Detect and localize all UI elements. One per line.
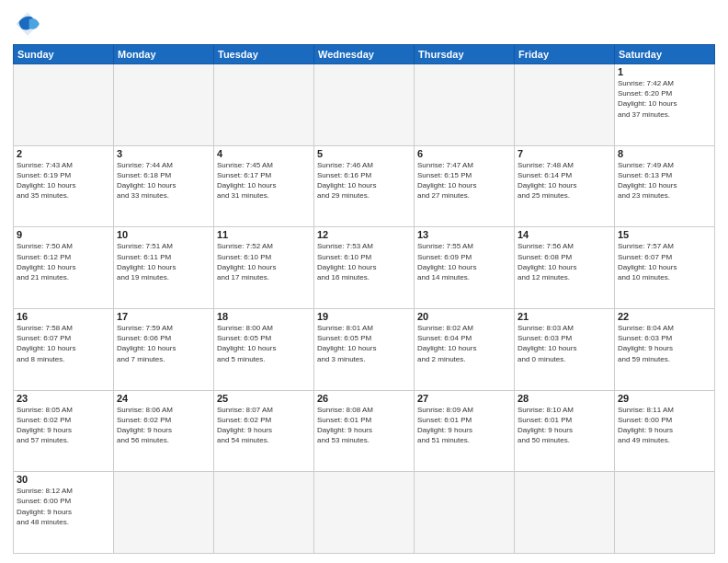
day-info: Sunrise: 7:50 AMSunset: 6:12 PMDaylight:… — [17, 241, 110, 282]
calendar-cell: 1Sunrise: 7:42 AMSunset: 6:20 PMDaylight… — [615, 64, 715, 146]
calendar-cell: 23Sunrise: 8:05 AMSunset: 6:02 PMDayligh… — [14, 390, 114, 472]
day-number: 24 — [117, 393, 210, 404]
calendar-cell: 30Sunrise: 8:12 AMSunset: 6:00 PMDayligh… — [14, 472, 114, 554]
calendar-cell: 10Sunrise: 7:51 AMSunset: 6:11 PMDayligh… — [114, 227, 214, 309]
calendar-cell: 11Sunrise: 7:52 AMSunset: 6:10 PMDayligh… — [214, 227, 314, 309]
calendar-cell: 19Sunrise: 8:01 AMSunset: 6:05 PMDayligh… — [314, 308, 415, 390]
calendar-cell — [314, 64, 415, 146]
day-number: 15 — [618, 229, 711, 240]
day-info: Sunrise: 7:48 AMSunset: 6:14 PMDaylight:… — [518, 160, 611, 201]
calendar-cell: 12Sunrise: 7:53 AMSunset: 6:10 PMDayligh… — [314, 227, 415, 309]
calendar-week-row: 16Sunrise: 7:58 AMSunset: 6:07 PMDayligh… — [14, 308, 715, 390]
day-number: 6 — [417, 148, 511, 159]
calendar-cell — [214, 64, 314, 146]
day-number: 28 — [518, 393, 611, 404]
calendar-cell — [515, 472, 615, 554]
day-info: Sunrise: 7:51 AMSunset: 6:11 PMDaylight:… — [117, 241, 210, 282]
day-info: Sunrise: 8:10 AMSunset: 6:01 PMDaylight:… — [518, 405, 611, 446]
day-info: Sunrise: 8:04 AMSunset: 6:03 PMDaylight:… — [618, 323, 711, 364]
calendar-table: SundayMondayTuesdayWednesdayThursdayFrid… — [13, 44, 715, 554]
day-info: Sunrise: 7:55 AMSunset: 6:09 PMDaylight:… — [417, 241, 511, 282]
day-info: Sunrise: 8:11 AMSunset: 6:00 PMDaylight:… — [618, 405, 711, 446]
day-number: 25 — [217, 393, 311, 404]
header — [13, 9, 715, 39]
day-number: 21 — [518, 311, 611, 322]
calendar-cell — [214, 472, 314, 554]
logo — [13, 9, 46, 39]
calendar-cell: 6Sunrise: 7:47 AMSunset: 6:15 PMDaylight… — [415, 145, 515, 227]
calendar-cell: 8Sunrise: 7:49 AMSunset: 6:13 PMDaylight… — [615, 145, 715, 227]
calendar-cell: 22Sunrise: 8:04 AMSunset: 6:03 PMDayligh… — [615, 308, 715, 390]
day-number: 19 — [317, 311, 411, 322]
day-number: 7 — [518, 148, 611, 159]
calendar-cell — [515, 64, 615, 146]
day-info: Sunrise: 8:12 AMSunset: 6:00 PMDaylight:… — [17, 486, 110, 527]
weekday-header: Thursday — [415, 45, 515, 64]
calendar-cell: 15Sunrise: 7:57 AMSunset: 6:07 PMDayligh… — [615, 227, 715, 309]
calendar-cell: 29Sunrise: 8:11 AMSunset: 6:00 PMDayligh… — [615, 390, 715, 472]
day-number: 11 — [217, 229, 311, 240]
day-number: 16 — [17, 311, 110, 322]
calendar-week-row: 23Sunrise: 8:05 AMSunset: 6:02 PMDayligh… — [14, 390, 715, 472]
day-info: Sunrise: 7:56 AMSunset: 6:08 PMDaylight:… — [518, 241, 611, 282]
weekday-header: Sunday — [14, 45, 114, 64]
day-number: 9 — [17, 229, 110, 240]
day-info: Sunrise: 7:49 AMSunset: 6:13 PMDaylight:… — [618, 160, 711, 201]
weekday-header: Saturday — [615, 45, 715, 64]
day-info: Sunrise: 8:05 AMSunset: 6:02 PMDaylight:… — [17, 405, 110, 446]
day-number: 18 — [217, 311, 311, 322]
calendar-cell: 7Sunrise: 7:48 AMSunset: 6:14 PMDaylight… — [515, 145, 615, 227]
day-number: 12 — [317, 229, 411, 240]
day-number: 20 — [417, 311, 511, 322]
calendar-cell — [415, 64, 515, 146]
calendar-cell: 3Sunrise: 7:44 AMSunset: 6:18 PMDaylight… — [114, 145, 214, 227]
day-number: 8 — [618, 148, 711, 159]
calendar-cell: 16Sunrise: 7:58 AMSunset: 6:07 PMDayligh… — [14, 308, 114, 390]
calendar-cell: 27Sunrise: 8:09 AMSunset: 6:01 PMDayligh… — [415, 390, 515, 472]
calendar-week-row: 9Sunrise: 7:50 AMSunset: 6:12 PMDaylight… — [14, 227, 715, 309]
day-number: 10 — [117, 229, 210, 240]
day-number: 27 — [417, 393, 511, 404]
calendar-cell: 14Sunrise: 7:56 AMSunset: 6:08 PMDayligh… — [515, 227, 615, 309]
day-number: 13 — [417, 229, 511, 240]
calendar-cell: 4Sunrise: 7:45 AMSunset: 6:17 PMDaylight… — [214, 145, 314, 227]
day-number: 29 — [618, 393, 711, 404]
day-number: 17 — [117, 311, 210, 322]
day-number: 26 — [317, 393, 411, 404]
day-info: Sunrise: 7:53 AMSunset: 6:10 PMDaylight:… — [317, 241, 411, 282]
day-info: Sunrise: 8:01 AMSunset: 6:05 PMDaylight:… — [317, 323, 411, 364]
day-info: Sunrise: 7:52 AMSunset: 6:10 PMDaylight:… — [217, 241, 311, 282]
day-number: 2 — [17, 148, 110, 159]
day-info: Sunrise: 8:03 AMSunset: 6:03 PMDaylight:… — [518, 323, 611, 364]
day-number: 30 — [17, 474, 110, 485]
calendar-cell: 20Sunrise: 8:02 AMSunset: 6:04 PMDayligh… — [415, 308, 515, 390]
calendar-cell: 26Sunrise: 8:08 AMSunset: 6:01 PMDayligh… — [314, 390, 415, 472]
day-info: Sunrise: 8:09 AMSunset: 6:01 PMDaylight:… — [417, 405, 511, 446]
calendar-week-row: 2Sunrise: 7:43 AMSunset: 6:19 PMDaylight… — [14, 145, 715, 227]
weekday-header-row: SundayMondayTuesdayWednesdayThursdayFrid… — [14, 45, 715, 64]
day-info: Sunrise: 7:57 AMSunset: 6:07 PMDaylight:… — [618, 241, 711, 282]
day-info: Sunrise: 8:08 AMSunset: 6:01 PMDaylight:… — [317, 405, 411, 446]
day-info: Sunrise: 7:46 AMSunset: 6:16 PMDaylight:… — [317, 160, 411, 201]
calendar-cell: 25Sunrise: 8:07 AMSunset: 6:02 PMDayligh… — [214, 390, 314, 472]
day-info: Sunrise: 7:43 AMSunset: 6:19 PMDaylight:… — [17, 160, 110, 201]
logo-icon — [13, 9, 42, 39]
page: SundayMondayTuesdayWednesdayThursdayFrid… — [0, 0, 728, 563]
day-info: Sunrise: 7:58 AMSunset: 6:07 PMDaylight:… — [17, 323, 110, 364]
calendar-cell — [415, 472, 515, 554]
day-info: Sunrise: 8:07 AMSunset: 6:02 PMDaylight:… — [217, 405, 311, 446]
day-number: 22 — [618, 311, 711, 322]
day-number: 3 — [117, 148, 210, 159]
day-info: Sunrise: 7:45 AMSunset: 6:17 PMDaylight:… — [217, 160, 311, 201]
calendar-cell: 24Sunrise: 8:06 AMSunset: 6:02 PMDayligh… — [114, 390, 214, 472]
calendar-cell: 13Sunrise: 7:55 AMSunset: 6:09 PMDayligh… — [415, 227, 515, 309]
calendar-cell — [314, 472, 415, 554]
day-info: Sunrise: 7:59 AMSunset: 6:06 PMDaylight:… — [117, 323, 210, 364]
day-info: Sunrise: 7:44 AMSunset: 6:18 PMDaylight:… — [117, 160, 210, 201]
calendar-cell: 21Sunrise: 8:03 AMSunset: 6:03 PMDayligh… — [515, 308, 615, 390]
weekday-header: Tuesday — [214, 45, 314, 64]
day-info: Sunrise: 8:00 AMSunset: 6:05 PMDaylight:… — [217, 323, 311, 364]
calendar-cell — [114, 472, 214, 554]
day-number: 23 — [17, 393, 110, 404]
calendar-cell — [615, 472, 715, 554]
